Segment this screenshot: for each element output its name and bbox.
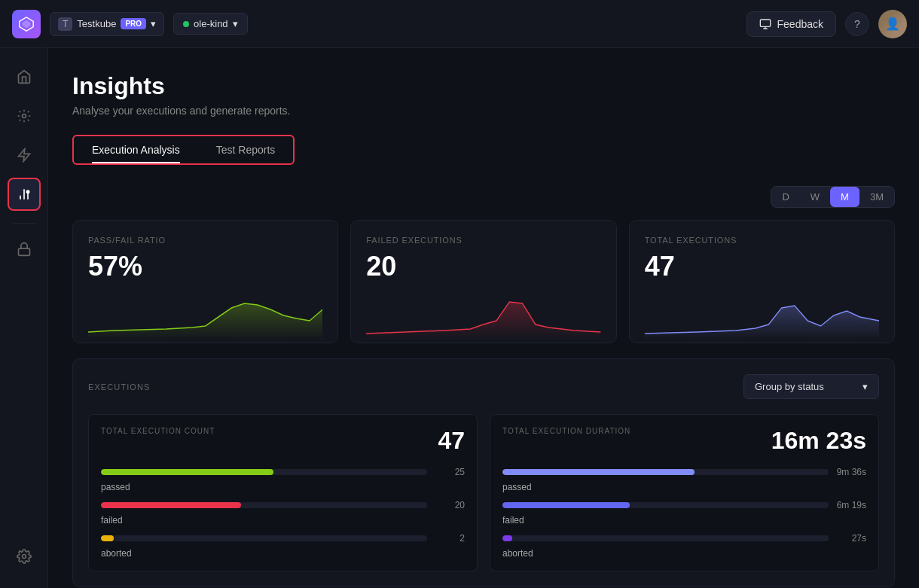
period-day[interactable]: D [771, 187, 799, 207]
total-count-card: TOTAL EXECUTION COUNT 47 25 passed [88, 414, 478, 571]
group-by-label: Group by status [755, 381, 824, 392]
count-bar-aborted-count: 2 [435, 533, 465, 544]
page-title: Insights [72, 72, 895, 100]
dur-label-aborted: aborted [502, 548, 866, 559]
count-bar-aborted-fill [101, 535, 114, 541]
avatar-image: 👤 [878, 10, 907, 38]
count-bar-passed: 25 [101, 467, 465, 477]
sidebar-item-home[interactable] [8, 60, 41, 93]
dur-bar-aborted-fill [502, 535, 512, 541]
sidebar-item-deployments[interactable] [8, 99, 41, 133]
page-subtitle: Analyse your executions and generate rep… [72, 105, 895, 117]
period-week[interactable]: W [800, 187, 830, 207]
env-button[interactable]: ole-kind ▾ [173, 13, 248, 35]
dur-label-failed: failed [502, 515, 866, 526]
tabs-container: Execution Analysis Test Reports [72, 135, 295, 165]
count-bar-failed-fill [101, 502, 241, 508]
failed-label: FAILED EXECUTIONS [366, 236, 600, 245]
total-value: 47 [645, 251, 879, 282]
count-bar-passed-fill [101, 469, 273, 475]
count-label-passed: passed [101, 482, 465, 492]
executions-header: EXECUTIONS Group by status ▾ [88, 374, 879, 399]
executions-panel: EXECUTIONS Group by status ▾ TOTAL EXECU… [72, 358, 895, 587]
count-bar-failed: 20 [101, 500, 465, 510]
workspace-initial: T [58, 17, 72, 31]
count-bar-failed-count: 20 [435, 500, 465, 510]
dur-bar-failed: 6m 19s [502, 500, 866, 510]
stat-card-pass-fail: PASS/FAIL RATIO 57% [72, 220, 338, 343]
workspace-button[interactable]: T Testkube PRO ▾ [50, 12, 164, 36]
avatar[interactable]: 👤 [878, 10, 907, 38]
total-chart [645, 294, 879, 340]
period-row: D W M 3M [72, 186, 895, 208]
dur-bar-aborted-count: 27s [836, 533, 866, 544]
total-count-value: 47 [438, 427, 465, 455]
svg-point-10 [22, 555, 26, 559]
dur-label-passed: passed [502, 482, 866, 492]
dur-bar-passed-track [502, 469, 829, 475]
help-icon: ? [854, 18, 860, 30]
count-bar-failed-track [101, 502, 427, 508]
period-buttons: D W M 3M [771, 186, 895, 208]
feedback-button[interactable]: Feedback [746, 11, 836, 37]
svg-marker-1 [23, 20, 31, 28]
group-by-chevron-icon: ▾ [863, 381, 868, 392]
workspace-name: Testkube [77, 18, 116, 29]
period-month[interactable]: M [830, 187, 859, 207]
group-by-button[interactable]: Group by status ▾ [743, 374, 879, 399]
feedback-label: Feedback [777, 18, 823, 30]
dur-bar-failed-track [502, 502, 829, 508]
svg-rect-9 [18, 248, 29, 255]
dur-bar-failed-fill [502, 502, 630, 508]
total-count-label: TOTAL EXECUTION COUNT [101, 427, 215, 435]
workspace-chevron-icon: ▾ [151, 18, 156, 29]
total-duration-header: TOTAL EXECUTION DURATION 16m 23s [502, 427, 866, 455]
sidebar-item-agents[interactable] [8, 233, 41, 266]
env-name: ole-kind [194, 18, 228, 29]
svg-point-3 [22, 114, 26, 118]
total-duration-card: TOTAL EXECUTION DURATION 16m 23s 9m 36s … [490, 414, 879, 571]
pass-fail-chart [88, 294, 322, 340]
env-chevron-icon: ▾ [233, 18, 238, 29]
stat-card-total: TOTAL EXECUTIONS 47 [629, 220, 895, 343]
sidebar-item-triggers[interactable] [8, 139, 41, 172]
count-bar-aborted: 2 [101, 533, 465, 544]
failed-value: 20 [366, 251, 600, 282]
stat-card-failed: FAILED EXECUTIONS 20 [350, 220, 616, 343]
sidebar [0, 48, 48, 588]
sidebar-item-settings[interactable] [8, 540, 41, 573]
tab-test-reports[interactable]: Test Reports [198, 136, 294, 163]
svg-point-8 [26, 190, 29, 193]
tab-execution-analysis[interactable]: Execution Analysis [74, 136, 198, 163]
sidebar-item-insights[interactable] [8, 178, 41, 211]
svg-marker-4 [18, 149, 29, 162]
dur-bar-aborted-track [502, 535, 829, 541]
dur-bar-aborted: 27s [502, 533, 866, 544]
main-content: Insights Analyse your executions and gen… [48, 48, 919, 588]
stat-cards: PASS/FAIL RATIO 57% FAILED EXECUTIONS [72, 220, 895, 343]
sidebar-divider [12, 223, 36, 224]
total-duration-value: 16m 23s [771, 427, 866, 455]
count-bar-passed-track [101, 469, 427, 475]
dur-bar-passed-fill [502, 469, 695, 475]
count-label-aborted: aborted [101, 548, 465, 559]
pro-badge: PRO [121, 18, 146, 29]
failed-chart [366, 294, 600, 340]
total-duration-label: TOTAL EXECUTION DURATION [502, 427, 630, 435]
dur-bar-failed-count: 6m 19s [836, 500, 866, 510]
topnav: T Testkube PRO ▾ ole-kind ▾ Feedback ? 👤 [0, 0, 919, 48]
execution-metrics-grid: TOTAL EXECUTION COUNT 47 25 passed [88, 414, 879, 571]
total-label: TOTAL EXECUTIONS [645, 236, 879, 245]
period-3month[interactable]: 3M [859, 187, 894, 207]
total-count-header: TOTAL EXECUTION COUNT 47 [101, 427, 465, 455]
pass-fail-value: 57% [88, 251, 322, 282]
count-bar-aborted-track [101, 535, 427, 541]
logo[interactable] [12, 10, 41, 38]
count-label-failed: failed [101, 515, 465, 526]
help-button[interactable]: ? [845, 12, 869, 36]
layout: Insights Analyse your executions and gen… [0, 48, 919, 588]
dur-bar-passed: 9m 36s [502, 467, 866, 477]
pass-fail-label: PASS/FAIL RATIO [88, 236, 322, 245]
count-bar-passed-count: 25 [435, 467, 465, 477]
svg-rect-2 [760, 20, 770, 26]
